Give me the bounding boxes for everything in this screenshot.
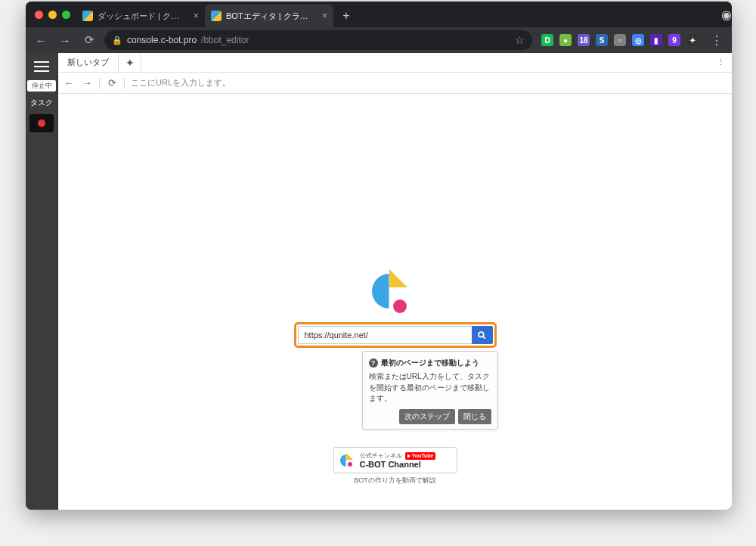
menu-hamburger-button[interactable] [29,56,54,77]
youtube-caption: BOTの作り方を動画で解説 [354,476,436,486]
address-bar[interactable]: 🔒 console.c-bot.pro/bbot_editor ☆ [104,30,532,50]
close-tip-button[interactable]: 閉じる [458,409,491,424]
divider [124,77,125,89]
cbot-logo [372,269,419,316]
tab-label: ダッシュボード | クラウドBOT [98,11,186,22]
browser-tab-active[interactable]: BOTエディタ | クラウドBOT × [205,5,333,27]
youtube-badge: YouTube [405,452,436,460]
app-pane: 新しいタブ ✦ ⋮ ← → ⟳ ここにURLを入力します。 [57,53,732,510]
onboarding-tip: ? 最初のページまで移動しよう 検索またはURL入力をして、タスクを開始する最初… [362,351,498,430]
status-badge: 停止中 [27,80,56,92]
browser-tab-inactive[interactable]: ダッシュボード | クラウドBOT × [76,5,205,27]
lock-icon: 🔒 [112,36,122,45]
next-step-button[interactable]: 次のステップ [399,409,455,424]
logo-dot-icon [393,299,407,313]
bookmark-star-icon[interactable]: ☆ [515,34,525,46]
url-host: console.c-bot.pro [127,35,197,45]
minimize-window-button[interactable] [48,11,57,19]
close-window-button[interactable] [35,11,43,19]
search-highlight-box [294,322,497,348]
task-label[interactable]: タスク [26,95,57,111]
logo-triangle-icon [389,269,407,287]
svg-line-1 [483,337,485,339]
url-path: /bbot_editor [201,35,249,45]
divider [99,77,100,89]
reload-button[interactable]: ⟳ [80,31,98,49]
forward-button[interactable]: → [56,31,74,49]
account-icon[interactable]: ◉ [721,8,732,22]
back-button[interactable]: ← [32,31,50,49]
inner-toolbar: ← → ⟳ ここにURLを入力します。 [58,73,732,94]
svg-point-0 [479,332,484,337]
extension-icon[interactable]: ● [559,34,572,46]
help-icon: ? [369,358,378,368]
extension-icon[interactable]: 9 [668,34,680,46]
inner-back-button[interactable]: ← [63,77,75,88]
extension-icon[interactable]: D [541,34,553,46]
browser-window: ダッシュボード | クラウドBOT × BOTエディタ | クラウドBOT × … [26,2,732,510]
inner-more-button[interactable]: ⋮ [709,53,732,72]
close-tab-icon[interactable]: × [194,11,199,21]
youtube-channel-banner[interactable]: 公式チャンネル YouTube C-BOT Channel [333,447,457,473]
tip-title: 最初のページまで移動しよう [381,358,479,368]
inner-reload-button[interactable]: ⟳ [106,77,118,88]
new-tab-button[interactable]: + [336,6,356,26]
canvas-area: ? 最初のページまで移動しよう 検索またはURL入力をして、タスクを開始する最初… [58,94,732,510]
official-channel-label: 公式チャンネル [360,453,402,460]
tab-label: BOTエディタ | クラウドBOT [226,11,314,22]
favicon-icon [82,11,93,21]
channel-name: C-BOT Channel [360,460,436,469]
extension-icon[interactable]: ○ [614,34,626,46]
favicon-icon [211,11,222,21]
cbot-mini-logo [340,453,355,468]
record-dot-icon [38,119,45,127]
extension-icon[interactable]: ▮ [650,34,662,46]
close-tab-icon[interactable]: × [322,11,327,21]
extensions-puzzle-icon[interactable]: ✦ [686,34,699,46]
window-controls [33,11,76,19]
left-rail: 停止中 タスク [26,53,57,510]
extension-icon[interactable]: S [596,34,608,46]
record-button[interactable] [29,114,54,132]
inner-forward-button[interactable]: → [81,77,93,88]
content-area: 停止中 タスク 新しいタブ ✦ ⋮ ← → ⟳ ここにURLを入力し [26,53,732,510]
search-go-button[interactable] [472,326,493,344]
inner-tabstrip: 新しいタブ ✦ ⋮ [58,53,732,73]
extension-icon[interactable]: ◎ [632,34,644,46]
inner-tab[interactable]: 新しいタブ [58,53,119,72]
extension-icons: D ● 18 S ○ ◎ ▮ 9 ✦ [538,34,702,46]
browser-tabstrip: ダッシュボード | クラウドBOT × BOTエディタ | クラウドBOT × … [26,2,732,27]
inner-tab-label: 新しいタブ [67,57,109,68]
browser-toolbar: ← → ⟳ 🔒 console.c-bot.pro/bbot_editor ☆ … [26,27,732,53]
inner-new-tab-button[interactable]: ✦ [119,53,141,72]
search-icon [477,330,487,340]
extension-icon[interactable]: 18 [578,34,590,46]
browser-menu-button[interactable]: ⋮ [708,33,726,48]
inner-url-placeholder[interactable]: ここにURLを入力します。 [131,77,727,88]
url-search-input[interactable] [298,326,472,344]
maximize-window-button[interactable] [62,11,70,19]
tip-body: 検索またはURL入力をして、タスクを開始する最初のページまで移動します。 [369,371,491,405]
